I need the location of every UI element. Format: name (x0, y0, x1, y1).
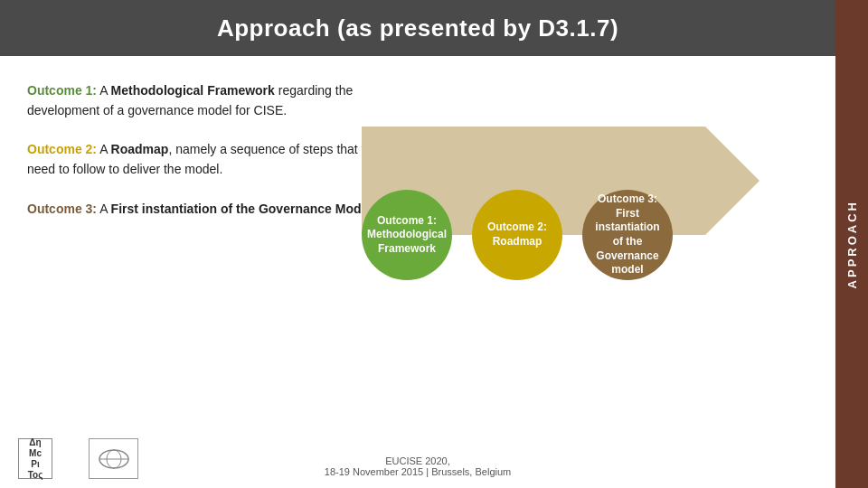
outcome-1-block: Outcome 1: A Methodological Framework re… (27, 81, 407, 120)
outcome-2-bold: Roadmap (111, 142, 169, 156)
left-text-column: Outcome 1: A Methodological Framework re… (27, 81, 407, 239)
circle-3-text: Outcome 3: First instantiation of the Go… (590, 192, 665, 277)
outcome-3-block: Outcome 3: A First instantiation of the … (27, 200, 407, 220)
outcome-1-bold: Methodological Framework (111, 83, 275, 98)
circle-outcome-3: Outcome 3: First instantiation of the Go… (582, 190, 673, 280)
circles-container: Outcome 1: Methodological Framework Outc… (362, 190, 673, 280)
footer-text: EUCISE 2020, 18-19 November 2015 | Bruss… (0, 455, 835, 477)
circle-outcome-2: Outcome 2: Roadmap (472, 190, 562, 280)
outcome-3-label: Outcome 3: (27, 202, 97, 216)
header: Approach (as presented by D3.1.7) (0, 0, 835, 56)
outcome-2-block: Outcome 2: A Roadmap, namely a sequence … (27, 140, 407, 179)
footer-date: 18-19 November 2015 | Brussels, Belgium (0, 466, 835, 477)
circle-outcome-1: Outcome 1: Methodological Framework (362, 190, 452, 280)
footer-conference: EUCISE 2020, (0, 455, 835, 466)
outcome-3-bold: First instantiation of the Governance Mo… (111, 202, 375, 216)
side-label: APPROACH (835, 0, 868, 488)
page-title: Approach (as presented by D3.1.7) (217, 14, 618, 42)
outcome-1-label: Outcome 1: (27, 83, 97, 98)
outcome-2-label: Outcome 2: (27, 142, 97, 156)
outcome-3-text: A First instantiation of the Governance … (97, 202, 375, 216)
circle-1-text: Outcome 1: Methodological Framework (367, 214, 447, 257)
side-label-text: APPROACH (845, 200, 859, 288)
circle-2-text: Outcome 2: Roadmap (487, 221, 547, 249)
